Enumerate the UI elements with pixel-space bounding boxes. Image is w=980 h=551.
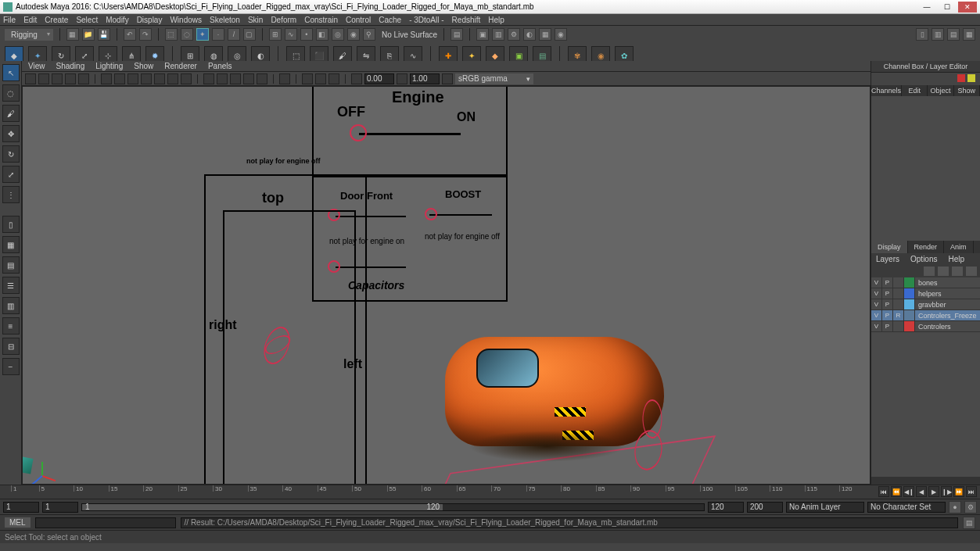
range-slider[interactable]: 1120 — [81, 503, 705, 511]
layer-color-swatch[interactable] — [904, 299, 915, 309]
layout-outline-button[interactable]: ☰ — [2, 277, 20, 294]
menu-create[interactable]: Create — [45, 16, 68, 24]
step-fwd-frame-button[interactable]: ❙▶ — [941, 486, 952, 497]
vp-2d-pan-icon[interactable] — [65, 73, 76, 84]
layer-visible-toggle[interactable]: V — [871, 277, 882, 288]
vp-grease-icon[interactable] — [78, 73, 89, 84]
snap-view-icon[interactable]: ◎ — [332, 28, 344, 41]
panel-menu-panels[interactable]: Panels — [208, 62, 232, 70]
panel-menu-renderer[interactable]: Renderer — [164, 62, 197, 70]
cb-tab-channels[interactable]: Channels — [871, 85, 902, 96]
layer-visible-toggle[interactable]: V — [871, 299, 882, 309]
command-input[interactable] — [35, 517, 176, 528]
panel-menu-show[interactable]: Show — [134, 62, 153, 70]
vp-bookmark-icon[interactable] — [38, 73, 49, 84]
layer-row-controlers_freeze[interactable]: VPRControlers_Freeze — [871, 310, 980, 321]
layer-color-swatch[interactable] — [904, 321, 915, 331]
menu-constrain[interactable]: Constrain — [304, 16, 338, 24]
vp-xray-comp-icon[interactable] — [328, 73, 339, 84]
close-button[interactable]: ✕ — [958, 2, 977, 13]
script-lang-button[interactable]: MEL — [5, 517, 31, 528]
script-editor-button[interactable]: ▤ — [963, 517, 975, 529]
vp-shadows-icon[interactable] — [257, 73, 267, 84]
render-settings-icon[interactable]: ⚙ — [508, 28, 520, 41]
layer-menu-layers[interactable]: Layers — [876, 255, 899, 263]
layer-color-swatch[interactable] — [904, 310, 915, 320]
vp-exposure-icon[interactable] — [351, 73, 362, 84]
anim-layer-dropdown[interactable]: No Anim Layer — [786, 502, 864, 513]
vp-lights-icon[interactable] — [243, 73, 254, 84]
vp-wireframe-icon[interactable] — [203, 73, 214, 84]
step-back-key-button[interactable]: ⏪ — [891, 486, 902, 497]
layer-playback-toggle[interactable]: P — [882, 299, 893, 309]
layer-playback-toggle[interactable]: P — [882, 288, 893, 299]
layout-single-button[interactable]: ▯ — [2, 216, 20, 233]
panel-menu-shading[interactable]: Shading — [56, 62, 85, 70]
minimize-button[interactable]: — — [917, 2, 936, 13]
panel-layout-4-icon[interactable]: ▦ — [963, 28, 975, 41]
panel-layout-1-icon[interactable]: ▯ — [916, 28, 928, 41]
layer-ref-toggle[interactable] — [893, 277, 904, 288]
viewport[interactable]: Engine OFF ON not play for engine off Do… — [22, 86, 871, 485]
paint-tool-button[interactable]: 🖌 — [2, 105, 20, 122]
ipr-render-icon[interactable]: ▥ — [492, 28, 504, 41]
vp-res-gate-icon[interactable] — [127, 73, 138, 84]
layer-playback-toggle[interactable]: P — [882, 277, 893, 288]
vp-field-chart-icon[interactable] — [154, 73, 165, 84]
layer-playback-toggle[interactable]: P — [882, 321, 893, 331]
layer-playback-toggle[interactable]: P — [882, 310, 893, 320]
layer-new-selected-icon[interactable] — [966, 267, 977, 276]
hypershade-icon[interactable]: ◐ — [523, 28, 536, 41]
layout-minus-button[interactable]: − — [2, 358, 20, 375]
play-back-button[interactable]: ◀ — [916, 486, 927, 497]
construction-history-icon[interactable]: ▤ — [451, 28, 463, 41]
cb-tab-edit[interactable]: Edit — [902, 85, 928, 96]
step-back-frame-button[interactable]: ◀❙ — [903, 486, 914, 497]
menu-control[interactable]: Control — [346, 16, 371, 24]
layer-menu-help[interactable]: Help — [948, 255, 964, 263]
vp-film-gate-icon[interactable] — [114, 73, 125, 84]
menu-windows[interactable]: Windows — [170, 16, 202, 24]
menu-modify[interactable]: Modify — [106, 16, 128, 24]
cb-red-icon[interactable] — [957, 74, 965, 82]
cb-tab-object[interactable]: Object — [928, 85, 953, 96]
exposure-value[interactable]: 0.00 — [364, 73, 394, 84]
vp-view-transform-icon[interactable] — [442, 73, 453, 84]
scale-tool-button[interactable]: ⤢ — [2, 166, 20, 183]
auto-key-button[interactable]: ● — [949, 501, 961, 513]
layer-ref-toggle[interactable] — [893, 321, 904, 331]
vp-xray-icon[interactable] — [302, 73, 313, 84]
layer-visible-toggle[interactable]: V — [871, 288, 882, 299]
panel-layout-2-icon[interactable]: ▥ — [932, 28, 944, 41]
layer-scrollbar[interactable] — [871, 477, 980, 485]
vp-xray-joints-icon[interactable] — [315, 73, 326, 84]
move-tool-button[interactable]: ✥ — [2, 125, 20, 142]
layer-ref-toggle[interactable] — [893, 288, 904, 299]
vp-shaded-icon[interactable] — [217, 73, 228, 84]
vp-select-camera-icon[interactable] — [25, 73, 36, 84]
panel-layout-3-icon[interactable]: ▤ — [947, 28, 960, 41]
layer-move-up-icon[interactable] — [924, 267, 935, 276]
vp-textured-icon[interactable] — [230, 73, 241, 84]
select-tool-button[interactable]: ↖ — [2, 64, 20, 81]
layer-tab-render[interactable]: Render — [908, 241, 945, 253]
snap-grid-icon[interactable]: ⊞ — [269, 28, 282, 41]
workspace-dropdown[interactable]: Rigging — [5, 29, 53, 41]
menu-deform[interactable]: Deform — [271, 16, 296, 24]
menu-help[interactable]: Help — [488, 16, 504, 24]
vp-safe-title-icon[interactable] — [181, 73, 192, 84]
menu-skeleton[interactable]: Skeleton — [210, 16, 240, 24]
go-to-end-button[interactable]: ⏭ — [966, 486, 977, 497]
gamma-value[interactable]: 1.00 — [410, 73, 440, 84]
layout-graph-button[interactable]: ≡ — [2, 317, 20, 335]
paint-select-icon[interactable]: ✦ — [196, 28, 209, 41]
select-face-icon[interactable]: ▢ — [243, 28, 256, 41]
layer-move-down-icon[interactable] — [938, 267, 949, 276]
menu-file[interactable]: File — [3, 16, 16, 24]
range-end-field[interactable]: 120 — [708, 502, 744, 513]
snap-point-icon[interactable]: • — [300, 28, 313, 41]
layer-menu-options[interactable]: Options — [910, 255, 937, 263]
cb-tab-show[interactable]: Show — [954, 85, 980, 96]
menu-cache[interactable]: Cache — [379, 16, 401, 24]
anim-start-field[interactable]: 1 — [3, 502, 39, 513]
